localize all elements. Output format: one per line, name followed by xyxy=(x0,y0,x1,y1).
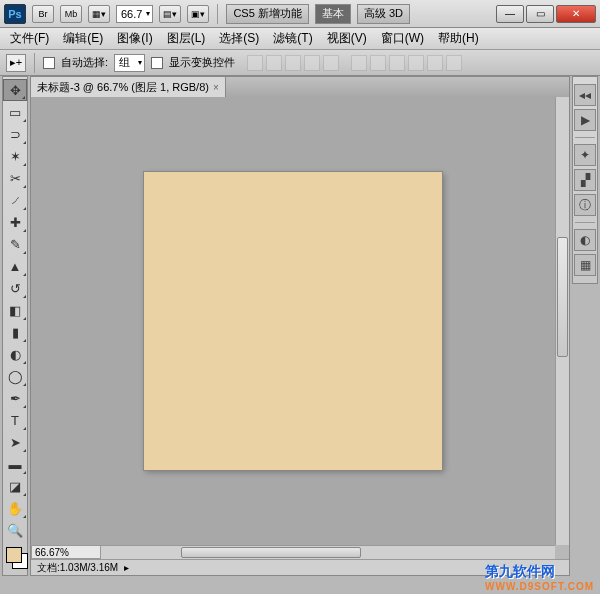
document-window: 未标题-3 @ 66.7% (图层 1, RGB/8) × 66.67% 文档:… xyxy=(30,76,570,576)
stamp-tool[interactable]: ▲ xyxy=(3,255,27,277)
pen-tool[interactable]: ✒ xyxy=(3,387,27,409)
distribute-group xyxy=(351,55,462,71)
options-bar: ▸+ 自动选择: 组 显示变换控件 xyxy=(0,50,600,76)
status-menu-icon[interactable]: ▸ xyxy=(124,562,129,573)
title-bar: Ps Br Mb ▦▾ 66.7 ▤▾ ▣▾ CS5 新增功能 基本 高级 3D… xyxy=(0,0,600,28)
workspace-basic[interactable]: 基本 xyxy=(315,4,351,24)
auto-select-label: 自动选择: xyxy=(61,55,108,70)
lasso-tool[interactable]: ⊃ xyxy=(3,123,27,145)
document-tab[interactable]: 未标题-3 @ 66.7% (图层 1, RGB/8) × xyxy=(31,77,226,97)
history-panel-icon[interactable]: ▶ xyxy=(574,109,596,131)
navigator-panel-icon[interactable]: ✦ xyxy=(574,144,596,166)
align-icon[interactable] xyxy=(266,55,282,71)
menu-view[interactable]: 视图(V) xyxy=(321,28,373,49)
menu-file[interactable]: 文件(F) xyxy=(4,28,55,49)
distribute-icon[interactable] xyxy=(389,55,405,71)
extras-icon[interactable]: ▣▾ xyxy=(187,5,209,23)
menu-layer[interactable]: 图层(L) xyxy=(161,28,212,49)
align-icon[interactable] xyxy=(323,55,339,71)
document-tab-title: 未标题-3 @ 66.7% (图层 1, RGB/8) xyxy=(37,80,209,95)
history-brush-tool[interactable]: ↺ xyxy=(3,277,27,299)
fg-color-swatch[interactable] xyxy=(6,547,22,563)
hand-tool[interactable]: ✋ xyxy=(3,497,27,519)
distribute-icon[interactable] xyxy=(408,55,424,71)
workspace-3d[interactable]: 高级 3D xyxy=(357,4,410,24)
align-icon[interactable] xyxy=(247,55,263,71)
menu-edit[interactable]: 编辑(E) xyxy=(57,28,109,49)
crop-tool[interactable]: ✂ xyxy=(3,167,27,189)
3d-tool[interactable]: ◪ xyxy=(3,475,27,497)
document-tabstrip: 未标题-3 @ 66.7% (图层 1, RGB/8) × xyxy=(31,77,569,97)
distribute-icon[interactable] xyxy=(427,55,443,71)
panel-dock: ◂◂ ▶ ✦ ▞ ⓘ ◐ ▦ xyxy=(572,76,598,284)
minibridge-button[interactable]: Mb xyxy=(60,5,82,23)
eraser-tool[interactable]: ◧ xyxy=(3,299,27,321)
horizontal-scrollbar[interactable] xyxy=(101,545,555,559)
separator xyxy=(34,53,35,73)
distribute-icon[interactable] xyxy=(370,55,386,71)
watermark-line1: 第九软件网 xyxy=(485,563,594,581)
watermark-line2: WWW.D9SOFT.COM xyxy=(485,581,594,592)
minimize-button[interactable]: — xyxy=(496,5,524,23)
separator xyxy=(217,4,218,24)
align-group xyxy=(247,55,339,71)
menu-select[interactable]: 选择(S) xyxy=(213,28,265,49)
distribute-icon[interactable] xyxy=(446,55,462,71)
bridge-button[interactable]: Br xyxy=(32,5,54,23)
auto-select-value: 组 xyxy=(119,55,130,70)
shape-tool[interactable]: ▬ xyxy=(3,453,27,475)
auto-select-checkbox[interactable] xyxy=(43,57,55,69)
app-logo-icon: Ps xyxy=(4,4,26,24)
path-select-tool[interactable]: ➤ xyxy=(3,431,27,453)
dodge-tool[interactable]: ◯ xyxy=(3,365,27,387)
histogram-panel-icon[interactable]: ▞ xyxy=(574,169,596,191)
auto-select-combo[interactable]: 组 xyxy=(114,54,145,72)
eyedropper-tool[interactable]: ⟋ xyxy=(3,189,27,211)
zoom-readout[interactable]: 66.67% xyxy=(31,545,101,559)
align-icon[interactable] xyxy=(285,55,301,71)
workspace-cs5news[interactable]: CS5 新增功能 xyxy=(226,4,308,24)
show-transform-label: 显示变换控件 xyxy=(169,55,235,70)
collapse-icon[interactable]: ◂◂ xyxy=(574,84,596,106)
align-icon[interactable] xyxy=(304,55,320,71)
menu-window[interactable]: 窗口(W) xyxy=(375,28,430,49)
swatches-panel-icon[interactable]: ▦ xyxy=(574,254,596,276)
zoom-value: 66.7 xyxy=(121,8,142,20)
window-controls: — ▭ ✕ xyxy=(496,5,596,23)
vertical-scrollbar[interactable] xyxy=(555,97,569,545)
arrange-icon[interactable]: ▤▾ xyxy=(159,5,181,23)
blur-tool[interactable]: ◐ xyxy=(3,343,27,365)
scroll-thumb[interactable] xyxy=(557,237,568,357)
canvas-viewport[interactable] xyxy=(31,97,555,545)
gradient-tool[interactable]: ▮ xyxy=(3,321,27,343)
type-tool[interactable]: T xyxy=(3,409,27,431)
color-panel-icon[interactable]: ◐ xyxy=(574,229,596,251)
quick-select-tool[interactable]: ✶ xyxy=(3,145,27,167)
menu-help[interactable]: 帮助(H) xyxy=(432,28,485,49)
status-text: 文档:1.03M/3.16M xyxy=(37,561,118,575)
show-transform-checkbox[interactable] xyxy=(151,57,163,69)
healing-tool[interactable]: ✚ xyxy=(3,211,27,233)
menu-image[interactable]: 图像(I) xyxy=(111,28,158,49)
distribute-icon[interactable] xyxy=(351,55,367,71)
current-tool-icon[interactable]: ▸+ xyxy=(6,54,26,72)
maximize-button[interactable]: ▭ xyxy=(526,5,554,23)
marquee-tool[interactable]: ▭ xyxy=(3,101,27,123)
brush-tool[interactable]: ✎ xyxy=(3,233,27,255)
menu-bar: 文件(F) 编辑(E) 图像(I) 图层(L) 选择(S) 滤镜(T) 视图(V… xyxy=(0,28,600,50)
zoom-level-input[interactable]: 66.7 xyxy=(116,5,153,23)
close-tab-icon[interactable]: × xyxy=(213,82,219,93)
zoom-tool[interactable]: 🔍 xyxy=(3,519,27,541)
menu-filter[interactable]: 滤镜(T) xyxy=(267,28,318,49)
info-panel-icon[interactable]: ⓘ xyxy=(574,194,596,216)
toolbox: ✥ ▭ ⊃ ✶ ✂ ⟋ ✚ ✎ ▲ ↺ ◧ ▮ ◐ ◯ ✒ T ➤ ▬ ◪ ✋ … xyxy=(2,76,28,576)
close-button[interactable]: ✕ xyxy=(556,5,596,23)
watermark: 第九软件网 WWW.D9SOFT.COM xyxy=(485,563,594,592)
canvas[interactable] xyxy=(144,172,442,470)
screen-mode-icon[interactable]: ▦▾ xyxy=(88,5,110,23)
color-swatches[interactable] xyxy=(3,545,27,573)
move-tool[interactable]: ✥ xyxy=(3,79,27,101)
scroll-thumb[interactable] xyxy=(181,547,361,558)
